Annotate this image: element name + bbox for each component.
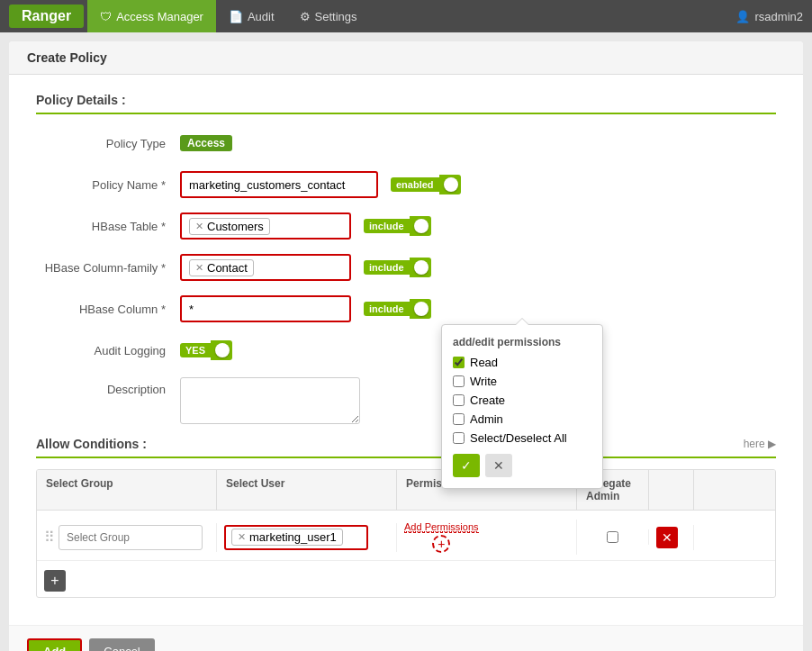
hbase-table-row: HBase Table * ✕ Customers include (36, 212, 776, 240)
audit-toggle-knob[interactable] (211, 340, 232, 360)
popup-arrow (515, 318, 529, 325)
permission-read-row: Read (453, 356, 591, 369)
conditions-table: Select Group Select User Permissions Del… (36, 469, 776, 598)
gear-icon: ⚙ (300, 10, 311, 23)
allow-conditions-title: Allow Conditions : (36, 437, 147, 451)
policy-name-row: Policy Name * enabled (36, 170, 776, 199)
permission-admin-row: Admin (453, 412, 591, 426)
nav-access-manager[interactable]: 🛡 Access Manager (87, 0, 216, 32)
description-row: Description (36, 377, 776, 424)
conditions-table-header: Select Group Select User Permissions Del… (37, 470, 775, 511)
add-permissions-plus-icon[interactable]: + (432, 535, 450, 553)
description-label: Description (36, 377, 180, 396)
allow-conditions-section: Allow Conditions : here ▶ Select Group S… (36, 437, 776, 598)
audit-logging-row: Audit Logging YES (36, 336, 776, 365)
permission-admin-label: Admin (470, 412, 503, 426)
select-group-input[interactable] (59, 525, 203, 550)
policy-name-input[interactable] (180, 171, 378, 198)
hbase-column-input[interactable] (180, 295, 351, 322)
policy-type-badge: Access (180, 135, 232, 151)
policy-name-label: Policy Name * (36, 178, 180, 192)
delete-cell: ✕ (649, 525, 694, 550)
hbase-table-label: HBase Table * (36, 220, 180, 233)
cancel-button[interactable]: Cancel (89, 638, 154, 651)
audit-logging-label: Audit Logging (36, 344, 180, 357)
permission-read-checkbox[interactable] (453, 357, 465, 368)
document-icon: 📄 (229, 10, 243, 23)
hbase-table-toggle-knob[interactable] (410, 216, 431, 236)
hbase-column-family-label: HBase Column-family * (36, 261, 180, 275)
page-title: Create Policy (9, 41, 803, 75)
policy-type-row: Policy Type Access (36, 129, 776, 158)
hbase-table-input[interactable]: ✕ Customers (180, 212, 351, 240)
permission-create-checkbox[interactable] (453, 394, 465, 406)
popup-actions: ✓ ✕ (453, 454, 591, 477)
permission-selectdeselect-row: Select/Deselect All (453, 431, 591, 445)
delete-row-button[interactable]: ✕ (656, 527, 678, 548)
permission-admin-checkbox[interactable] (453, 413, 465, 425)
allow-conditions-header: Allow Conditions : here ▶ (36, 437, 776, 458)
hbase-column-label: HBase Column * (36, 303, 180, 316)
delegate-admin-cell (577, 529, 649, 545)
hbase-column-family-row: HBase Column-family * ✕ Contact include (36, 253, 776, 282)
permissions-cell: Add Permissions + (397, 520, 577, 555)
shield-icon: 🛡 (100, 10, 112, 23)
user-icon: 👤 (735, 10, 750, 23)
add-permissions-button[interactable]: Add Permissions + (404, 521, 479, 553)
select-user-input[interactable]: ✕ marketing_user1 (224, 525, 368, 550)
permission-create-label: Create (470, 393, 505, 407)
permissions-popup-title: add/edit permissions (453, 336, 591, 348)
popup-ok-button[interactable]: ✓ (453, 454, 480, 477)
col-header-select-user: Select User (217, 470, 397, 510)
enabled-toggle-knob[interactable] (439, 175, 461, 194)
policy-details-title: Policy Details : (36, 93, 776, 114)
description-input[interactable] (180, 377, 360, 424)
enabled-toggle[interactable]: enabled (391, 175, 461, 194)
permissions-popup: add/edit permissions Read Write Create A… (441, 324, 603, 489)
bottom-buttons: Add Cancel (9, 625, 803, 651)
audit-logging-toggle[interactable]: YES (180, 340, 232, 360)
hbase-column-family-tag-remove[interactable]: ✕ (195, 262, 203, 274)
hbase-column-family-tag: ✕ Contact (189, 259, 254, 276)
permission-create-row: Create (453, 393, 591, 407)
conditions-table-body: ⠿ ✕ marketing_user1 (37, 511, 775, 565)
add-button[interactable]: Add (27, 638, 82, 651)
hbase-table-include-toggle[interactable]: include (364, 216, 431, 236)
username: rsadmin2 (755, 10, 803, 23)
drag-handle-icon: ⠿ (44, 529, 55, 546)
col-header-action (649, 470, 694, 510)
select-user-tag-remove[interactable]: ✕ (238, 531, 246, 543)
form-container: Policy Details : Policy Type Access Poli… (9, 75, 803, 625)
policy-type-label: Policy Type (36, 137, 180, 150)
select-group-cell: ⠿ (37, 523, 217, 552)
top-nav: Ranger 🛡 Access Manager 📄 Audit ⚙ Settin… (0, 0, 812, 32)
permission-selectdeselect-checkbox[interactable] (453, 432, 465, 444)
permission-selectdeselect-label: Select/Deselect All (470, 431, 567, 445)
hbase-table-tag-remove[interactable]: ✕ (195, 221, 203, 232)
permission-write-row: Write (453, 375, 591, 388)
hbase-column-row: HBase Column * include (36, 294, 776, 323)
here-link[interactable]: here ▶ (744, 438, 776, 450)
permission-write-label: Write (470, 375, 497, 388)
add-permissions-label: Add Permissions (404, 521, 479, 533)
nav-settings[interactable]: ⚙ Settings (287, 0, 370, 32)
hbase-table-tag: ✕ Customers (189, 218, 270, 235)
permission-write-checkbox[interactable] (453, 375, 465, 387)
hbase-column-toggle-knob[interactable] (410, 299, 431, 319)
delegate-admin-checkbox[interactable] (607, 531, 618, 543)
select-user-tag: ✕ marketing_user1 (231, 529, 343, 546)
select-user-cell: ✕ marketing_user1 (217, 523, 397, 552)
hbase-column-family-toggle-knob[interactable] (410, 258, 431, 277)
main-content: Create Policy Policy Details : Policy Ty… (9, 41, 803, 651)
col-header-select-group: Select Group (37, 470, 217, 510)
nav-audit[interactable]: 📄 Audit (216, 0, 287, 32)
user-info: 👤 rsadmin2 (735, 10, 803, 23)
add-condition-row-button[interactable]: + (44, 570, 66, 592)
brand-logo[interactable]: Ranger (9, 5, 84, 28)
table-row: ⠿ ✕ marketing_user1 (37, 514, 775, 561)
hbase-column-family-input[interactable]: ✕ Contact (180, 254, 351, 281)
hbase-column-include-toggle[interactable]: include (364, 299, 431, 319)
popup-cancel-button[interactable]: ✕ (485, 454, 512, 477)
permission-read-label: Read (470, 356, 498, 369)
hbase-column-family-include-toggle[interactable]: include (364, 258, 431, 277)
